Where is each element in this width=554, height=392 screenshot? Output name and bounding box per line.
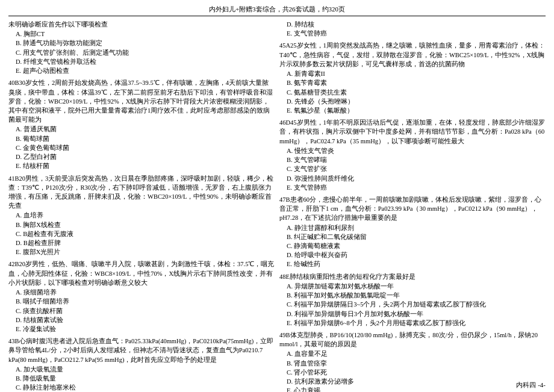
option: D. 给呼吸中枢兴奋药	[279, 250, 546, 260]
option: A. 胸部CT	[8, 30, 275, 39]
option: A. 异烟肼加链霉素加对氨水杨酸一年	[279, 282, 546, 291]
option: B. 胸部X线检查	[8, 220, 275, 229]
option: A. 血容量不足	[279, 349, 546, 358]
question-block-43b: 43B心病时腹泻患者进入院后急查血气：Pa025.33kPa(40mmHg)，P…	[8, 337, 275, 392]
header-title: 内外妇儿+附赠3套综合，共26套试题，约320页	[209, 5, 345, 13]
option: C. 氨基糖苷类抗生素	[279, 88, 546, 97]
option: C. 肾小管坏死	[279, 368, 546, 377]
option: A. 新青霉素II	[279, 69, 546, 78]
option: A. 血培养	[8, 211, 275, 220]
page-header: 内外妇儿+附赠3套综合，共26套试题，约320页	[8, 5, 546, 16]
question-block-45: 45A25岁女性，1周前突然发战高热，继之咳嗽，咳脓性血痰，量多，用青霉素治疗，…	[279, 41, 546, 115]
option: D. 乙型白衬菌	[8, 152, 275, 161]
option: C. 利福平加异烟肼隔日3~5个月，头2两个月加链霉素或乙胺丁醇强化	[279, 300, 546, 309]
content-area: 未明确诊断应首先作以下哪项检查 A. 胸部CT B. 肺通气功能与弥散功能测定 …	[8, 20, 546, 383]
option: C. 静滴葡萄糖液素	[279, 241, 546, 250]
option: E. 结核杆菌	[8, 161, 275, 170]
option: C. 金黄色葡萄球菌	[8, 143, 275, 152]
option: A. 慢性支气管炎	[279, 146, 546, 155]
option: B. 氨苄青霉素	[279, 78, 546, 87]
option: E. 超声心动图检查	[8, 66, 275, 75]
question-title: 未明确诊断应首先作以下哪项检查	[8, 20, 275, 29]
option: B. 葡萄球菌	[8, 134, 275, 143]
question-title: 42B20岁男性，低热、咽痛、咳嗽半月入院，咳嗽甚剧，为刺激性干咳，体检：37.…	[8, 260, 275, 287]
option: E. 腹部X光照片	[8, 247, 275, 257]
option: C. 用支气管扩张剂前、后测定通气功能	[8, 48, 275, 57]
option: D. 肺结核	[279, 20, 546, 29]
option: D. 纤维支气管镜检并取活检	[8, 57, 275, 66]
question-block-42: 42B20岁男性，低热、咽痛、咳嗽半月入院，咳嗽甚剧，为刺激性干咳，体检：37.…	[8, 260, 275, 334]
option: B. 支气管哮喘	[279, 155, 546, 164]
option: D. 结核菌素试验	[8, 316, 275, 325]
option: E. 冷凝集试验	[8, 325, 275, 334]
question-block-44de: D. 肺结核 E. 支气管肺癌	[279, 20, 546, 38]
option: E. 给碱性药	[279, 260, 546, 269]
option: E. 支气管肺癌	[279, 183, 546, 192]
option: E. 氧氟沙星（氟哌酸）	[279, 106, 546, 115]
question-title: 49B体克型肺炎，BP16/10(120/80 mmHg)，脉搏充实，80次/分…	[279, 331, 546, 349]
option: D. 先锋必（头孢唑啉）	[279, 97, 546, 106]
option: C. B超检查有无腹液	[8, 229, 275, 238]
page-container: 内外妇儿+附赠3套综合，共26套试题，约320页 未明确诊断应首先作以下哪项检查…	[0, 0, 554, 392]
footer-text: 内科四 -4-	[516, 381, 546, 388]
question-title: 43B心病时腹泻患者进入院后急查血气：Pa025.33kPa(40mmHg)，P…	[8, 337, 275, 364]
option: E. 心力衰竭	[279, 386, 546, 392]
option: B. 咽拭子细菌培养	[8, 297, 275, 306]
question-block-46: 46D45岁男性，1年前不明原因活动后气促，逐渐加重，在体，轻度发绀，肺底部少许…	[279, 118, 546, 192]
question-block-41: 41B20男性，3天前受凉后突发高热，次日晨在季肋部疼痛，深呼吸时加剧，轻咳，稀…	[8, 174, 275, 257]
question-block-40: 40B30岁女性，2周前开始发烧高热，体温37.5~39.5℃，伴有咳嗽，左胸痛…	[8, 78, 275, 170]
option: C. 支气管扩张	[279, 164, 546, 173]
question-block-49b: 49B体克型肺炎，BP16/10(120/80 mmHg)，脉搏充实，80次/分…	[279, 331, 546, 392]
option: D. 抗利尿激素分泌增多	[279, 377, 546, 386]
question-title: 48E肺结核病重阳性患者的短程化疗方案最好是	[279, 272, 546, 281]
option: B. 肺通气功能与弥散功能测定	[8, 39, 275, 48]
option: D. 利福平加异烟肼每日3个月加对氨水杨酸一年	[279, 310, 546, 319]
option: A. 加大吸氧流量	[8, 365, 275, 374]
option: A. 静注甘露醇和利尿剂	[279, 223, 546, 232]
question-block-47b: 47B患者60分，患慢心前半年，一周前咳嗽加剧咳嗽，体检后发现咳嗽，紫绀，湿罗音…	[279, 195, 546, 269]
option: B. 降低吸氧量	[8, 374, 275, 383]
question-title: 40B30岁女性，2周前开始发烧高热，体温37.5~39.5℃，伴有咳嗽，左胸痛…	[8, 78, 275, 124]
option: B. 纠正碱贮和二氧化碳储留	[279, 232, 546, 241]
option: C. 静脉注射地塞米松	[8, 383, 275, 392]
question-title: 46D45岁男性，1年前不明原因活动后气促，逐渐加重，在体，轻度发绀，肺底部少许…	[279, 118, 546, 146]
option: E. 利福平加异烟肼6~8个月，头2个月用链霉素或乙胺丁醇强化	[279, 319, 546, 328]
question-title: 45A25岁女性，1周前突然发战高热，继之咳嗽，咳脓性血痰，量多，用青霉素治疗，…	[279, 41, 546, 69]
option: D. 弥漫性肺间质纤维化	[279, 174, 546, 183]
option: A. 痰细菌培养	[8, 288, 275, 297]
right-column: D. 肺结核 E. 支气管肺癌 45A25岁女性，1周前突然发战高热，继之咳嗽，…	[279, 20, 546, 383]
page-footer: 内科四 -4-	[516, 381, 546, 390]
option: A. 普通厌氧菌	[8, 125, 275, 134]
option: D. B超检查肝脾	[8, 238, 275, 247]
option: E. 支气管肺癌	[279, 29, 546, 38]
question-title: 41B20男性，3天前受凉后突发高热，次日晨在季肋部疼痛，深呼吸时加剧，轻咳，稀…	[8, 174, 275, 211]
question-title: 47B患者60分，患慢心前半年，一周前咳嗽加剧咳嗽，体检后发现咳嗽，紫绀，湿罗音…	[279, 195, 546, 223]
option: C. 痰查抗酸杆菌	[8, 306, 275, 316]
question-block-48e: 48E肺结核病重阳性患者的短程化疗方案最好是 A. 异烟肼加链霉素加对氨水杨酸一…	[279, 272, 546, 328]
option: B. 肾血管痉挛	[279, 359, 546, 368]
option: B. 利福平加对氨水杨酸加氨氯吡啶一年	[279, 291, 546, 300]
question-block-unconfirmed: 未明确诊断应首先作以下哪项检查 A. 胸部CT B. 肺通气功能与弥散功能测定 …	[8, 20, 275, 75]
left-column: 未明确诊断应首先作以下哪项检查 A. 胸部CT B. 肺通气功能与弥散功能测定 …	[8, 20, 275, 383]
